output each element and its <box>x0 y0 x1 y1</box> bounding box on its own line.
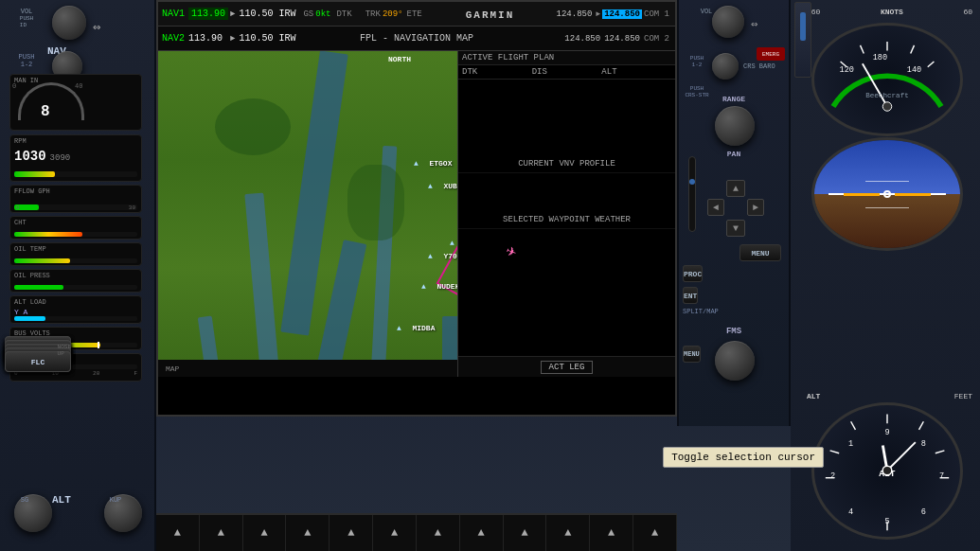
softkey-12[interactable]: ▲ <box>633 515 677 551</box>
nav2-label: NAV2 <box>162 33 185 44</box>
svg-text:9: 9 <box>884 428 889 437</box>
kup-label: KUP <box>97 496 134 504</box>
current-vnv-section: CURRENT VNV PROFILE <box>458 155 675 173</box>
svg-text:4: 4 <box>848 507 853 517</box>
alt-load-label: ALT LOAD <box>14 298 46 306</box>
push-id-label: PUSHID <box>20 15 33 28</box>
man-in-value: 8 <box>41 103 50 120</box>
knots-label: KNOTS <box>881 8 903 16</box>
trk-value: 209° <box>383 9 403 19</box>
softkey-5[interactable]: ▲ <box>330 515 373 551</box>
svg-text:120: 120 <box>840 65 854 75</box>
svg-point-31 <box>882 466 892 475</box>
softkey-8[interactable]: ▲ <box>460 515 504 551</box>
rpm-max: 3090 <box>50 153 71 163</box>
pan-label: PAN <box>727 150 740 158</box>
rpm-value: 1030 <box>14 149 46 164</box>
svg-point-10 <box>882 102 892 112</box>
garmin-logo: GARMIN <box>466 9 515 21</box>
rc-swap-arrow[interactable]: ⇔ <box>751 17 757 31</box>
svg-text:2: 2 <box>830 471 835 481</box>
softkey-3[interactable]: ▲ <box>243 515 287 551</box>
waypoint-etgox: ▲ ETGOX <box>414 153 450 170</box>
nav1-active-freq: 113.90 <box>188 8 228 20</box>
split-map-label: SPLIT/MAP <box>683 308 719 315</box>
selected-waypoint-section: SELECTED WAYPOINT WEATHER <box>458 211 675 229</box>
waypoint-nudek: ▲ NUDEK <box>421 276 457 293</box>
pan-down[interactable]: ▼ <box>726 220 745 237</box>
nav1-label: NAV1 <box>162 9 185 19</box>
svg-line-3 <box>928 62 935 67</box>
feet-label: FEET <box>954 392 972 400</box>
softkey-6[interactable]: ▲ <box>373 515 417 551</box>
alt-bottom-label: ALT <box>52 494 71 506</box>
alt-col: ALT <box>601 67 671 77</box>
mfd-topbar: NAV1 113.90 ► 110.50 IRW GS 0kt DTK TRK … <box>158 2 675 27</box>
nav2-freq: 113.90 <box>188 33 223 44</box>
softkey-4[interactable]: ▲ <box>286 515 330 551</box>
right-controls: VOL ⇔ EMERG PUSH1-2 CRS BARO PUSHCRS-STR… <box>677 0 791 426</box>
mfd-display: NAV1 113.90 ► 110.50 IRW GS 0kt DTK TRK … <box>156 0 677 417</box>
act-leg-label[interactable]: ACT LEG <box>541 361 594 374</box>
waypoint-midba: ▲ MIDBA <box>397 318 433 335</box>
vertical-slider[interactable] <box>689 179 695 185</box>
menu-button[interactable]: MENU <box>739 244 781 261</box>
softkey-7[interactable]: ▲ <box>417 515 460 551</box>
vertical-slider-right[interactable] <box>800 12 806 41</box>
rc-vol-knob[interactable] <box>712 6 744 38</box>
oil-temp-label: OIL TEMP <box>14 245 46 253</box>
softkey-9[interactable]: ▲ <box>504 515 547 551</box>
oil-press-label: OIL PRESS <box>14 272 50 279</box>
svg-text:6: 6 <box>921 507 926 517</box>
ent-button[interactable]: ENT <box>683 287 698 304</box>
svg-text:5: 5 <box>884 517 889 526</box>
range-knob[interactable] <box>715 106 755 146</box>
softkey-1[interactable]: ▲ <box>156 515 200 551</box>
rc-crs-knob[interactable] <box>712 53 739 80</box>
cht-label: CHT <box>14 219 27 226</box>
rpm-label: RPM <box>14 137 27 145</box>
softkey-2[interactable]: ▲ <box>200 515 243 551</box>
sg-label: SG <box>8 496 42 504</box>
softkey-row: ▲ ▲ ▲ ▲ ▲ ▲ ▲ ▲ ▲ ▲ ▲ ▲ <box>156 513 677 551</box>
svg-line-4 <box>861 45 864 54</box>
range-label: RANGE <box>722 95 745 103</box>
svg-line-14 <box>935 451 945 453</box>
pan-left[interactable]: ◄ <box>707 199 724 216</box>
pan-right[interactable]: ► <box>747 199 764 216</box>
pan-up[interactable]: ▲ <box>726 180 745 197</box>
mfd-second-row: NAV2 113.90 ► 110.50 IRW FPL - NAVIGATIO… <box>158 27 675 51</box>
svg-line-2 <box>911 45 915 54</box>
svg-text:180: 180 <box>873 53 887 62</box>
right-gauges: 260 KNOTS 60 180 140 120 <box>791 0 980 551</box>
fp-columns: DTK DIS ALT <box>458 65 675 80</box>
proc-button[interactable]: PROC <box>683 265 703 282</box>
north-label: NORTH <box>388 55 411 63</box>
active-fp-header: ACTIVE FLIGHT PLAN <box>458 51 675 65</box>
crs-baro-label: CRS BARO <box>743 62 775 70</box>
toggle-cursor-tooltip: Toggle selection cursor <box>663 447 824 468</box>
fms-knob[interactable] <box>715 341 755 381</box>
svg-line-17 <box>830 451 840 453</box>
flight-plan-panel: ACTIVE FLIGHT PLAN DTK DIS ALT CURRENT V… <box>457 51 675 377</box>
gs-value: 0kt <box>315 9 330 19</box>
svg-text:7: 7 <box>939 471 944 481</box>
emerg-label: EMERG <box>762 51 779 58</box>
nav2-standby: 110.50 IRW <box>239 33 295 44</box>
svg-line-13 <box>919 421 924 430</box>
dtk-col: DTK <box>462 67 532 77</box>
vol-label: VOL <box>21 8 33 15</box>
nav1-standby-freq: 110.50 IRW <box>239 9 295 19</box>
left-panel: VOL PUSHID ⇔ NAV PUSH1-2 HDG MAN IN 8 0 … <box>0 0 156 551</box>
softkey-10[interactable]: ▲ <box>546 515 590 551</box>
svg-text:8: 8 <box>921 439 926 449</box>
nav-volume-knob[interactable] <box>52 6 86 40</box>
softkey-11[interactable]: ▲ <box>590 515 633 551</box>
svg-line-16 <box>851 421 856 430</box>
menu-bottom-button[interactable]: MENU <box>683 346 701 363</box>
dis-col: DIS <box>532 67 602 77</box>
alt-gauge-label: ALT <box>807 392 820 400</box>
svg-text:140: 140 <box>907 65 921 75</box>
freq-1: 124.850 <box>557 9 593 19</box>
nav-swap-arrow[interactable]: ⇔ <box>93 19 100 35</box>
